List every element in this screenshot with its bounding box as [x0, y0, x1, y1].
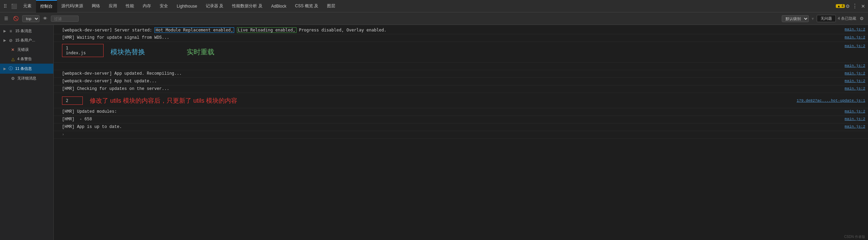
- after-text-1: Progress disabled, Overlay enabled.: [296, 28, 387, 33]
- row-icon-9: [54, 109, 61, 110]
- row-source-6[interactable]: main.js:2: [842, 78, 868, 84]
- row-icon-6: [54, 78, 61, 79]
- tab-network[interactable]: 网络: [88, 0, 105, 12]
- row-content-3: 1 index.js 模块热替换 实时重载: [61, 43, 842, 58]
- table-row: [HMR] Checking for updates on the server…: [54, 85, 868, 93]
- row-source-9[interactable]: main.js:2: [842, 109, 868, 114]
- box1-number: 1: [66, 46, 100, 50]
- row-icon-7: [54, 86, 61, 87]
- row-source-5[interactable]: main.js:2: [842, 71, 868, 76]
- live-reloading-box: Live Reloading enabled,: [237, 27, 296, 33]
- tab-performance[interactable]: 性能: [122, 0, 139, 12]
- warning-icon: △: [10, 57, 15, 62]
- prefix-text-1: [webpack-dev-server] Server started:: [62, 28, 154, 33]
- row-content-1: [webpack-dev-server] Server started: Hot…: [61, 27, 842, 34]
- sidebar-verbose-label: 无详细消息: [17, 76, 50, 81]
- no-issues-button[interactable]: 无问题: [817, 15, 836, 22]
- row-source-8[interactable]: 179.de827ac....hot-update.js:1: [794, 98, 868, 103]
- footer: CSDN 作者版: [841, 234, 868, 240]
- tab-console[interactable]: 控制台: [36, 0, 57, 12]
- row-icon-5: [54, 71, 61, 72]
- row-content-10: [HMR] - 658: [61, 116, 842, 122]
- sidebar-users-label: 15 条用户...: [15, 38, 50, 43]
- sidebar-item-warnings[interactable]: △ 4 条警告: [0, 54, 53, 64]
- settings-icon[interactable]: ⚙: [845, 3, 850, 9]
- tab-app[interactable]: 应用: [105, 0, 122, 12]
- tab-adblock[interactable]: AdBlock: [267, 0, 291, 12]
- row-source-3[interactable]: main.js:2: [842, 43, 868, 49]
- tab-elements[interactable]: 元素: [19, 0, 36, 12]
- tab-security[interactable]: 安全: [156, 0, 172, 12]
- chevron-right-icon-3: ▶: [3, 67, 6, 71]
- chevron-right-icon: ▶: [3, 29, 6, 33]
- sidebar-errors-label: 无错误: [17, 47, 50, 52]
- table-row: ›: [54, 131, 868, 139]
- warn-badge[interactable]: ▲ 4: [836, 4, 845, 8]
- row-icon-3: [54, 43, 61, 44]
- info-icon: ⓘ: [8, 66, 13, 72]
- utils-annotation: 修改了 utils 模块的内容后，只更新了 utils 模块的内容: [90, 96, 237, 105]
- sidebar-messages-label: 15 条消息: [15, 28, 50, 34]
- verbose-icon: ⚙: [10, 76, 15, 81]
- row-icon-8: [54, 100, 61, 101]
- hidden-issues-settings-button[interactable]: ⚙: [858, 15, 865, 22]
- live-reload-label: 实时重载: [187, 47, 214, 57]
- console-toolbar: ☰ 🚫 top 👁 默认级别 ▼ 无问题 4 条已隐藏 ⚙: [0, 12, 868, 25]
- sidebar-toggle-button[interactable]: ☰: [3, 15, 10, 22]
- row-source-2[interactable]: main.js:2: [842, 35, 868, 40]
- close-devtools-icon[interactable]: ✕: [860, 3, 867, 9]
- box2-container: 2: [62, 96, 83, 105]
- box2-number: 2: [66, 98, 68, 103]
- eye-button[interactable]: 👁: [42, 15, 49, 22]
- sidebar-item-users[interactable]: ▶ ⊘ 15 条用户...: [0, 36, 53, 45]
- context-selector[interactable]: top: [22, 15, 39, 22]
- expand-icon[interactable]: ›: [62, 132, 64, 137]
- tab-lighthouse[interactable]: Lighthouse: [172, 0, 202, 12]
- tab-bar: ⠿ ⬛ 元素 控制台 源代码/来源 网络 应用 性能 内存 安全 Lightho…: [0, 0, 868, 12]
- more-options-icon[interactable]: ⋮: [850, 3, 860, 9]
- dock-icon[interactable]: ⬛: [9, 3, 19, 9]
- user-icon: ⊘: [8, 38, 13, 43]
- row-source-1[interactable]: main.js:2: [842, 27, 868, 32]
- box1-container: 1 index.js: [62, 44, 104, 57]
- row-source-7[interactable]: main.js:2: [842, 86, 868, 91]
- tab-css-overview[interactable]: CSS 概览 及: [291, 0, 323, 12]
- console-output: [webpack-dev-server] Server started: Hot…: [54, 25, 868, 240]
- sidebar-item-errors[interactable]: ✕ 无错误: [0, 45, 53, 54]
- clear-console-button[interactable]: 🚫: [12, 15, 20, 22]
- sidebar: ▶ ≡ 15 条消息 ▶ ⊘ 15 条用户... ✕ 无错误 △ 4 条警告 ▶…: [0, 25, 54, 240]
- sidebar-item-messages[interactable]: ▶ ≡ 15 条消息: [0, 26, 53, 36]
- tab-recorder[interactable]: 记录器 及: [202, 0, 228, 12]
- filter-input[interactable]: [51, 16, 79, 22]
- row-icon-12: [54, 131, 61, 132]
- sidebar-warnings-label: 4 条警告: [17, 56, 50, 62]
- table-row: [webpack-dev-server] App hot update... m…: [54, 78, 868, 85]
- annotations-container: 模块热替换 实时重载: [110, 44, 214, 57]
- tab-memory[interactable]: 内存: [139, 0, 156, 12]
- tab-source[interactable]: 源代码/来源: [57, 0, 88, 12]
- sidebar-info-label: 11 条信息: [15, 66, 50, 71]
- row-content-7: [HMR] Checking for updates on the server…: [61, 86, 842, 92]
- devtools-menu-icon[interactable]: ⠿: [1, 3, 9, 9]
- row-content-5: [webpack-dev-server] App updated. Recomp…: [61, 71, 842, 77]
- tab-layers[interactable]: 图层: [323, 0, 340, 12]
- row-content-2: [HMR] Waiting for update signal from WDS…: [61, 35, 842, 41]
- list-icon: ≡: [8, 29, 13, 34]
- table-row: [webpack-dev-server] App updated. Recomp…: [54, 70, 868, 78]
- toolbar-right: 默认级别 ▼ 无问题 4 条已隐藏 ⚙: [782, 15, 865, 22]
- sidebar-item-info[interactable]: ▶ ⓘ 11 条信息: [0, 64, 53, 74]
- row-source-11[interactable]: main.js:2: [842, 124, 868, 129]
- table-row: [HMR] App is up to date. main.js:2: [54, 123, 868, 131]
- row-content-6: [webpack-dev-server] App hot update...: [61, 78, 842, 84]
- row-icon-2: [54, 35, 61, 36]
- sidebar-item-verbose[interactable]: ⚙ 无详细消息: [0, 74, 53, 83]
- row-source-10[interactable]: main.js:2: [842, 116, 868, 122]
- row-content-11: [HMR] App is up to date.: [61, 124, 842, 130]
- row-icon-10: [54, 116, 61, 117]
- log-level-selector[interactable]: 默认级别: [782, 15, 809, 22]
- row-source-4[interactable]: main.js:2: [842, 63, 868, 68]
- row-content-4: [61, 63, 842, 64]
- row-content-8: 2 修改了 utils 模块的内容后，只更新了 utils 模块的内容: [61, 96, 794, 105]
- tab-perf-insights[interactable]: 性能数据分析 及: [228, 0, 267, 12]
- row-content-9: [HMR] Updated modules:: [61, 109, 842, 115]
